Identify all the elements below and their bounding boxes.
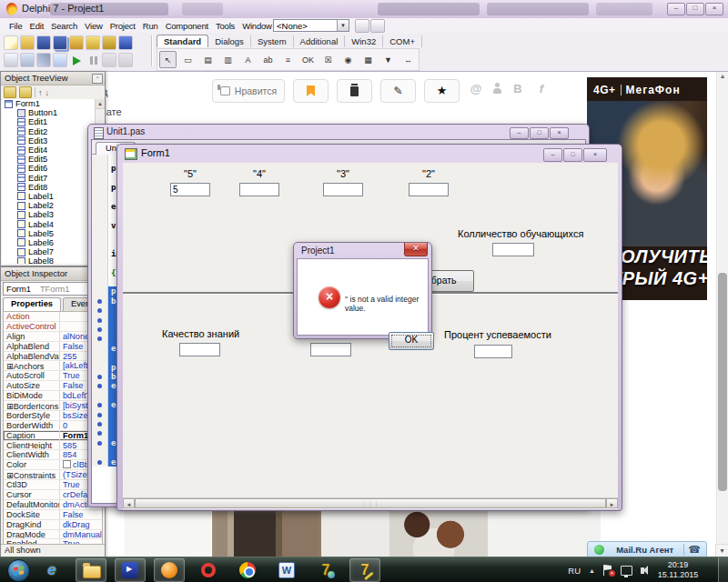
facebook-share-icon[interactable]: f [533,82,550,95]
taskbar-app-button[interactable] [193,558,224,582]
grade-5-input[interactable] [170,183,210,196]
toolbar-icon[interactable] [4,35,18,50]
form1-title-bar[interactable]: Form1 – □ × [117,145,622,163]
component-icon[interactable]: OK [299,51,317,68]
palette-tab[interactable]: Standard [157,35,208,47]
scroll-up-icon[interactable]: ▲ [96,99,105,109]
delete-button[interactable] [337,79,372,103]
set-debug-desktop-icon[interactable] [370,19,385,33]
component-icon[interactable]: ↔ [399,51,417,68]
component-icon[interactable]: ▭ [179,51,197,68]
scrollbar-thumb[interactable]: ⋮⋮⋮ [135,498,606,508]
menu-item[interactable]: Run [139,21,162,31]
toolbar-icon[interactable] [53,35,67,50]
palette-tab[interactable]: Dialogs [208,35,251,47]
minimize-icon[interactable]: – [543,148,562,162]
property-value[interactable]: False [60,510,102,519]
component-icon[interactable]: ab [259,51,277,68]
toolbar-icon[interactable] [69,53,84,67]
scroll-left-icon[interactable]: ◂ [123,498,135,508]
ok-button[interactable]: OK [389,332,434,350]
component-icon[interactable]: ▦ [359,51,377,68]
move-up-icon[interactable]: ↑ [38,88,43,97]
taskbar-clock[interactable]: 20:19 15.11.2015 [650,560,706,580]
property-row[interactable]: DockSite False [4,510,102,520]
desktop-layout-combo[interactable]: <None> ▼ [273,19,349,32]
menu-item[interactable]: Search [47,21,81,31]
tab-properties[interactable]: Properties [3,297,61,311]
menu-item[interactable]: File [5,21,26,31]
grade-3-input[interactable] [323,183,363,196]
taskbar-app-button[interactable] [271,558,302,582]
grade-4-input[interactable] [239,183,279,196]
save-desktop-icon[interactable] [355,19,369,33]
maximize-icon[interactable]: □ [686,3,704,15]
display-icon[interactable] [621,566,632,576]
toolbar-icon[interactable] [53,53,67,67]
speaker-icon[interactable] [641,567,644,574]
toolbar-icon[interactable] [102,35,116,50]
chevron-down-icon[interactable]: ▼ [337,20,349,31]
odnoklassniki-share-icon[interactable] [491,83,502,95]
close-icon[interactable]: × [583,148,607,162]
tree-item[interactable]: Form1 [2,99,104,108]
toolbar-icon[interactable] [118,53,133,67]
scroll-down-icon[interactable]: ▾ [715,544,728,557]
quality-input[interactable] [179,343,220,356]
taskbar-app-button[interactable] [154,558,185,582]
page-photo-room[interactable] [212,507,321,557]
property-value[interactable]: dmManual [60,530,102,539]
like-button[interactable]: Нравится [212,79,285,103]
toolbar-icon[interactable] [69,35,84,50]
page-scrollbar-thumb[interactable] [718,273,727,491]
show-desktop-button[interactable] [718,557,728,582]
expand-all-icon[interactable] [19,86,32,98]
menu-item[interactable]: Window [238,21,276,31]
component-icon[interactable]: ☒ [319,51,337,68]
component-icon[interactable]: A [239,51,257,68]
tree-item[interactable]: Button1 [2,108,104,117]
phone-icon[interactable]: ☎ [688,545,701,555]
vk-share-icon[interactable]: B [510,82,526,95]
toolbar-icon[interactable] [102,53,116,67]
object-treeview-title[interactable]: Object TreeView [1,72,105,85]
taskbar-app-button[interactable] [115,558,146,582]
tray-expand-icon[interactable]: ▲ [589,567,595,574]
menu-item[interactable]: Project [106,21,139,31]
toolbar-icon[interactable] [20,53,35,67]
component-icon[interactable]: ≡ [279,51,297,68]
scroll-up-icon[interactable]: ▴ [717,71,728,82]
palette-tab[interactable]: COM+ [383,35,422,47]
favorite-button[interactable]: ★ [424,79,460,103]
palette-tab[interactable]: Additional [294,35,346,47]
middle-input[interactable] [310,343,351,356]
close-icon[interactable]: × [550,127,569,139]
property-row[interactable]: DragMode dmManual [4,530,102,540]
taskbar-app-button[interactable] [349,558,380,582]
menu-item[interactable]: Component [162,21,212,31]
close-icon[interactable]: ✕ [404,243,428,256]
editor-title-bar[interactable]: Unit1.pas – □ × [88,125,589,139]
property-value[interactable]: dkDrag [60,520,102,529]
toolbar-icon[interactable] [36,35,51,50]
grade-2-input[interactable] [409,183,449,196]
palette-tab[interactable]: System [251,35,294,47]
minimize-icon[interactable]: – [667,3,685,15]
toolbar-icon[interactable] [86,35,100,50]
delphi-title-bar[interactable]: Delphi 7 - Project1 – □ × [0,0,728,19]
page-scrollbar[interactable]: ▴ [716,71,728,555]
taskbar-app-button[interactable] [310,558,341,582]
mailru-share-icon[interactable]: @ [468,82,484,95]
component-icon[interactable]: ▤ [199,51,217,68]
collapse-all-icon[interactable] [4,86,16,98]
maximize-icon[interactable]: □ [563,148,582,162]
component-icon[interactable]: ▥ [219,51,237,68]
form1-horizontal-scrollbar[interactable]: ◂ ⋮⋮⋮ ▸ [123,497,618,509]
minimize-icon[interactable]: – [510,127,529,139]
property-row[interactable]: DragKind dkDrag [4,520,102,530]
taskbar-app-button[interactable] [76,558,106,582]
toolbar-icon[interactable] [4,53,18,67]
taskbar-app-button[interactable] [232,558,263,582]
menu-item[interactable]: Tools [212,21,238,31]
menu-item[interactable]: View [81,21,106,31]
